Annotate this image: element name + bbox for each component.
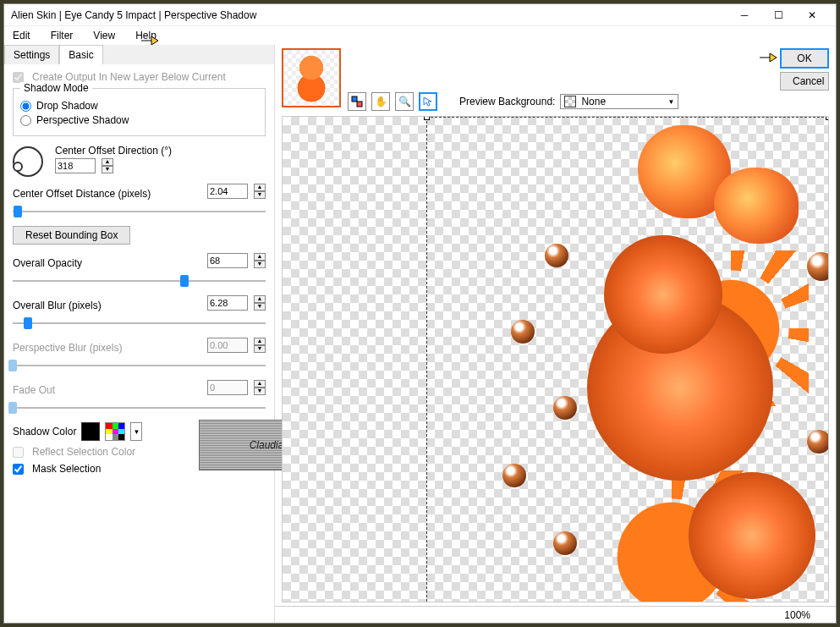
reflect-selection-label: Reflect Selection Color <box>32 446 135 458</box>
shadow-color-swatch[interactable] <box>81 422 100 441</box>
reflect-selection-checkbox <box>13 447 24 458</box>
panel-body: Create Output In New Layer Below Current… <box>4 64 274 487</box>
maximize-button[interactable]: ☐ <box>761 5 795 25</box>
center-offset-dist-spinner[interactable]: ▲▼ <box>254 184 266 199</box>
fade-out-spinner: ▲▼ <box>254 380 266 395</box>
overall-blur-label: Overall Blur (pixels) <box>13 300 102 311</box>
preview-background-value: None <box>581 96 606 107</box>
perspective-shadow-label: Perspective Shadow <box>36 114 129 126</box>
pointer-annotation-icon <box>758 50 778 65</box>
preview-background-label: Preview Background: <box>459 96 555 107</box>
preview-background-select[interactable]: None ▼ <box>560 94 678 109</box>
menu-edit[interactable]: Edit <box>8 28 36 43</box>
perspective-shadow-radio[interactable] <box>20 115 31 126</box>
transparency-icon <box>564 96 576 107</box>
toggle-preview-icon[interactable] <box>348 92 366 111</box>
menu-filter[interactable]: Filter <box>46 28 79 43</box>
plugin-window: Alien Skin | Eye Candy 5 Impact | Perspe… <box>3 3 837 624</box>
ok-button[interactable]: OK <box>780 48 829 69</box>
center-offset-dir-input[interactable] <box>55 158 96 173</box>
zoom-tool-icon[interactable]: 🔍 <box>395 92 414 111</box>
preview-image <box>494 117 828 602</box>
statusbar: 100% <box>275 606 836 623</box>
tab-settings[interactable]: Settings <box>4 45 59 64</box>
mask-selection-checkbox[interactable] <box>13 464 24 475</box>
dialog-buttons: OK Cancel <box>780 48 829 91</box>
pointer-annotation-icon <box>140 33 160 48</box>
color-dropdown-button[interactable]: ▼ <box>130 422 142 441</box>
reset-bounding-box-button[interactable]: Reset Bounding Box <box>13 226 130 245</box>
menu-view[interactable]: View <box>88 28 120 43</box>
overall-opacity-label: Overall Opacity <box>13 257 82 269</box>
content: Settings Basic Create Output In New Laye… <box>4 45 836 623</box>
selection-handle[interactable] <box>424 116 430 120</box>
hand-tool-icon[interactable]: ✋ <box>371 92 390 111</box>
pointer-tool-icon[interactable] <box>419 92 437 111</box>
shadow-color-label: Shadow Color <box>13 426 76 437</box>
center-offset-dist-slider[interactable] <box>13 206 266 217</box>
overall-opacity-spinner[interactable]: ▲▼ <box>254 253 266 268</box>
fade-out-label: Fade Out <box>13 384 55 396</box>
fade-out-input <box>207 380 248 395</box>
zoom-level: 100% <box>784 609 810 621</box>
svg-rect-0 <box>352 96 357 102</box>
center-offset-dist-label: Center Offset Distance (pixels) <box>13 188 151 200</box>
color-picker-button[interactable] <box>105 422 125 441</box>
overall-blur-input[interactable] <box>207 295 248 311</box>
overall-blur-slider[interactable] <box>13 317 266 329</box>
perspective-blur-input <box>207 338 248 353</box>
shadow-mode-legend: Shadow Mode <box>20 82 92 94</box>
svg-rect-1 <box>357 102 362 107</box>
titlebar: Alien Skin | Eye Candy 5 Impact | Perspe… <box>4 4 836 26</box>
settings-panel: Settings Basic Create Output In New Laye… <box>4 45 275 623</box>
mask-selection-label: Mask Selection <box>32 463 101 475</box>
window-title: Alien Skin | Eye Candy 5 Impact | Perspe… <box>11 9 727 21</box>
perspective-blur-label: Perspective Blur (pixels) <box>13 342 122 354</box>
overall-blur-spinner[interactable]: ▲▼ <box>254 295 266 311</box>
perspective-blur-slider <box>13 360 266 371</box>
drop-shadow-label: Drop Shadow <box>36 100 98 112</box>
shadow-mode-fieldset: Shadow Mode Drop Shadow Perspective Shad… <box>13 88 266 136</box>
preview-canvas[interactable] <box>282 116 829 602</box>
menubar: Edit Filter View Help <box>4 26 836 45</box>
preview-area: OK Cancel ✋ 🔍 Preview Background: None ▼ <box>275 45 836 623</box>
close-button[interactable]: ✕ <box>795 5 829 25</box>
fade-out-slider <box>13 402 266 414</box>
center-offset-dist-input[interactable] <box>207 184 248 199</box>
overall-opacity-input[interactable] <box>207 253 248 268</box>
create-output-label: Create Output In New Layer Below Current <box>32 71 226 83</box>
center-offset-dir-label: Center Offset Direction (°) <box>55 145 172 157</box>
tab-basic[interactable]: Basic <box>59 45 102 64</box>
create-output-checkbox[interactable] <box>13 72 24 83</box>
overall-opacity-slider[interactable] <box>13 275 266 287</box>
drop-shadow-radio[interactable] <box>20 101 31 112</box>
direction-dial[interactable] <box>13 146 43 177</box>
cancel-button[interactable]: Cancel <box>780 72 829 91</box>
thumbnail-preview[interactable] <box>282 48 341 107</box>
minimize-button[interactable]: ─ <box>727 5 761 25</box>
perspective-blur-spinner: ▲▼ <box>254 338 266 353</box>
center-offset-dir-spinner[interactable]: ▲▼ <box>102 158 113 173</box>
